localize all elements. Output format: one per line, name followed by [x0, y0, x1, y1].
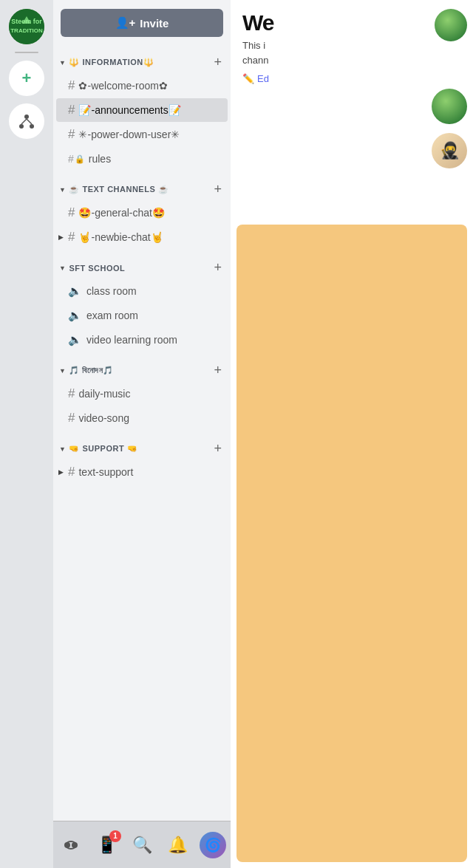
category-label: ☕ TEXT CHANNELS ☕ — [69, 185, 169, 194]
channel-welcome-room[interactable]: # ✿-welcome-room✿ — [56, 74, 228, 98]
channel-name-label: rules — [89, 153, 222, 165]
bottom-nav-bar: 📱 1 🔍 🔔 🌀 — [53, 821, 231, 868]
channel-announcements[interactable]: # 📝-announcements📝 — [56, 98, 228, 122]
explore-servers-button[interactable] — [9, 103, 44, 139]
channel-video-song[interactable]: # video-song — [56, 406, 228, 430]
server-icon-bar: Steem for TRADITION + — [0, 0, 53, 868]
edit-button[interactable]: ✏️ Ed — [242, 73, 461, 84]
channel-name-label: text-support — [78, 466, 222, 478]
svg-line-8 — [27, 119, 32, 124]
category-support[interactable]: ▼ 🤜 SUPPORT 🤜 + — [53, 431, 231, 459]
channel-video-learning-room[interactable]: 🔈 video learning room — [56, 328, 228, 352]
user-avatar-button[interactable]: 🌀 — [197, 829, 229, 861]
icon-bar-divider — [15, 52, 38, 53]
svg-rect-0 — [9, 9, 44, 44]
speaker-icon: 🔈 — [68, 333, 82, 346]
notification-badge: 1 — [109, 830, 121, 842]
server-icon-tradition[interactable]: Steem for TRADITION — [9, 9, 44, 44]
category-label: 🤜 SUPPORT 🤜 — [69, 444, 137, 454]
channel-name-label: 🤘-newbie-chat🤘 — [78, 231, 222, 243]
channel-name-label: ✿-welcome-room✿ — [78, 80, 222, 92]
chevron-icon: ▼ — [59, 264, 66, 272]
hash-icon: # — [68, 411, 75, 426]
hash-locked-icon: # 🔒 — [68, 153, 85, 165]
hash-icon: # — [68, 465, 75, 479]
right-panel-description: This ichann — [242, 38, 461, 67]
member-avatars: 🥷 — [432, 89, 467, 168]
category-sft-school[interactable]: ▼ SFT SCHOOL + — [53, 250, 231, 278]
right-panel: We This ichann ✏️ Ed 🥷 — [231, 0, 473, 868]
category-add-button[interactable]: + — [211, 182, 225, 197]
channel-text-support[interactable]: ▶ # text-support — [56, 460, 228, 484]
channel-name-label: exam room — [86, 310, 222, 321]
speaker-icon: 🔈 — [68, 284, 82, 298]
search-icon: 🔍 — [132, 835, 152, 855]
channel-power-down-user[interactable]: # ✳-power-down-user✳ — [56, 123, 228, 146]
category-add-button[interactable]: + — [211, 55, 225, 70]
channel-name-label: daily-music — [78, 388, 222, 400]
svg-text:TRADITION: TRADITION — [10, 27, 43, 34]
search-button[interactable]: 🔍 — [126, 829, 158, 861]
hash-icon: # — [68, 103, 75, 117]
invite-icon: 👤+ — [115, 16, 136, 30]
category-label: 🔱 INFORMATION🔱 — [69, 58, 154, 67]
channel-name-label: 🤩-general-chat🤩 — [78, 207, 222, 219]
chevron-icon: ▼ — [59, 367, 66, 375]
invite-label: Invite — [140, 17, 169, 30]
channel-daily-music[interactable]: # daily-music — [56, 382, 228, 406]
add-server-button[interactable]: + — [9, 61, 44, 96]
hash-icon: # — [68, 386, 75, 401]
channel-name-label: ✳-power-down-user✳ — [78, 129, 222, 140]
category-label: SFT SCHOOL — [69, 264, 125, 273]
hash-icon: # — [68, 78, 75, 93]
channel-exam-room[interactable]: 🔈 exam room — [56, 304, 228, 327]
notifications-button[interactable]: 🔔 — [161, 829, 194, 861]
channel-name-label: video-song — [78, 412, 222, 424]
channel-class-room[interactable]: 🔈 class room — [56, 279, 228, 303]
hash-icon: # — [68, 230, 75, 245]
svg-point-4 — [24, 115, 29, 119]
channel-sidebar: 👤+ Invite ▼ 🔱 INFORMATION🔱 + # ✿-welcome… — [53, 0, 231, 868]
channel-general-chat[interactable]: # 🤩-general-chat🤩 — [56, 201, 228, 225]
phone-button[interactable]: 📱 1 — [90, 829, 123, 861]
unread-bullet: ▶ — [58, 234, 64, 240]
svg-line-7 — [21, 119, 27, 124]
chevron-icon: ▼ — [59, 59, 66, 66]
svg-point-6 — [30, 124, 34, 129]
hash-icon: # — [68, 127, 75, 142]
member-avatar-2: 🥷 — [432, 133, 467, 168]
channel-list: ▼ 🔱 INFORMATION🔱 + # ✿-welcome-room✿ # 📝… — [53, 44, 231, 821]
top-right-avatar — [435, 9, 467, 41]
chevron-icon: ▼ — [59, 186, 66, 194]
invite-button[interactable]: 👤+ Invite — [61, 9, 223, 37]
category-add-button[interactable]: + — [211, 260, 225, 276]
category-information[interactable]: ▼ 🔱 INFORMATION🔱 + — [53, 44, 231, 73]
category-label: 🎵 বিনোদন🎵 — [69, 366, 114, 375]
hash-icon: # — [68, 205, 75, 220]
edit-label: Ed — [257, 73, 269, 84]
category-entertainment[interactable]: ▼ 🎵 বিনোদন🎵 + — [53, 352, 231, 381]
svg-point-5 — [19, 124, 24, 129]
category-add-button[interactable]: + — [211, 363, 225, 378]
avatar: 🌀 — [200, 832, 226, 858]
right-panel-content-block — [236, 225, 467, 862]
right-panel-title: We — [242, 10, 461, 35]
member-avatar-1 — [432, 89, 467, 124]
pencil-icon: ✏️ — [242, 73, 254, 84]
discord-home-button[interactable] — [55, 829, 87, 861]
unread-bullet: ▶ — [58, 469, 64, 475]
channel-name-label: class room — [86, 285, 222, 297]
channel-name-label: 📝-announcements📝 — [78, 104, 222, 116]
channel-name-label: video learning room — [86, 334, 222, 346]
category-add-button[interactable]: + — [211, 441, 225, 457]
speaker-icon: 🔈 — [68, 309, 82, 322]
category-text-channels[interactable]: ▼ ☕ TEXT CHANNELS ☕ + — [53, 171, 231, 200]
bell-icon: 🔔 — [168, 835, 188, 855]
chevron-icon: ▼ — [59, 445, 66, 453]
plus-icon: + — [22, 69, 32, 88]
channel-newbie-chat[interactable]: ▶ # 🤘-newbie-chat🤘 — [56, 225, 228, 249]
channel-rules[interactable]: # 🔒 rules — [56, 147, 228, 171]
right-panel-header: We This ichann ✏️ Ed — [231, 0, 473, 84]
